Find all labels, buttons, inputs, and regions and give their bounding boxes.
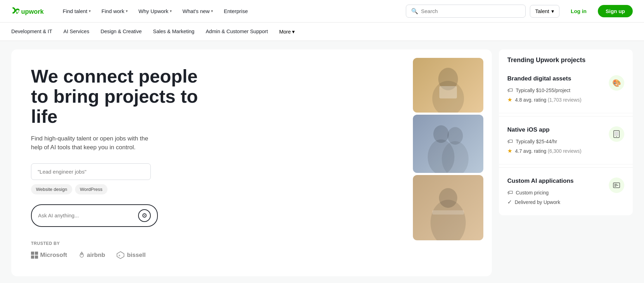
chevron-down-icon: ▾ [551, 8, 554, 14]
chevron-down-icon: ▾ [170, 9, 172, 13]
nav-right: 🔍 Talent ▾ Log in Sign up [406, 5, 633, 18]
quick-tags: Website design WordPress [31, 184, 475, 194]
hero-title: We connect people to bring projects to l… [31, 66, 200, 127]
svg-rect-1 [31, 252, 34, 255]
project-detail-rating-ios: ★ 4.7 avg. rating (6,300 reviews) [507, 147, 624, 154]
star-icon: ★ [507, 96, 512, 103]
project-card-branded: 🎨 Branded digital assets 🏷 Typically $10… [499, 68, 633, 113]
nav-find-work[interactable]: Find work ▾ [97, 5, 132, 17]
sec-nav-sales[interactable]: Sales & Marketing [153, 27, 194, 36]
hero-subtitle: Find high-quality talent or open jobs wi… [31, 134, 158, 152]
search-icon: 🔍 [411, 8, 418, 14]
nav-enterprise[interactable]: Enterprise [219, 5, 252, 17]
job-search-input[interactable] [31, 163, 151, 180]
svg-rect-19 [615, 132, 618, 136]
signup-button[interactable]: Sign up [598, 5, 633, 17]
ai-search-input[interactable] [38, 212, 135, 218]
project-price-branded: Typically $10-255/project [516, 88, 570, 93]
project-price-ai: Custom pricing [516, 190, 549, 195]
project-name-ios[interactable]: Native iOS app [507, 126, 624, 133]
project-icon-branded: 🎨 [609, 75, 624, 91]
sec-nav-design[interactable]: Design & Creative [100, 27, 142, 36]
microsoft-logo: Microsoft [31, 252, 67, 259]
sec-nav-dev-it[interactable]: Development & IT [11, 27, 52, 36]
project-rating-ios: 4.7 avg. rating (6,300 reviews) [515, 148, 581, 154]
hero-card: We connect people to bring projects to l… [11, 49, 492, 276]
trusted-section: TRUSTED BY Microsoft [31, 241, 475, 259]
main-content: We connect people to bring projects to l… [0, 41, 644, 283]
trending-header: Trending Upwork projects [499, 49, 633, 68]
search-bar[interactable]: 🔍 [406, 5, 526, 18]
quick-tag-website-design[interactable]: Website design [31, 184, 72, 194]
project-detail-price-ios: 🏷 Typically $25-44/hr [507, 138, 609, 145]
project-card-ai: Custom AI applications 🏷 Custom pricing … [499, 170, 633, 215]
airbnb-logo: airbnb [79, 252, 105, 259]
check-icon: ✓ [507, 199, 512, 205]
bissell-logo: B bissell [116, 251, 145, 259]
project-detail-rating-branded: ★ 4.8 avg. rating (1,703 reviews) [507, 96, 624, 103]
trending-title: Trending Upwork projects [507, 56, 624, 64]
quick-tag-wordpress[interactable]: WordPress [75, 184, 107, 194]
chevron-down-icon: ▾ [126, 9, 128, 13]
project-rating-branded: 4.8 avg. rating (1,703 reviews) [515, 97, 581, 103]
project-icon-ai [609, 177, 624, 193]
trusted-logos: Microsoft airbnb B [31, 251, 475, 259]
trusted-label: TRUSTED BY [31, 241, 475, 246]
ai-search-box[interactable]: ⚙ [31, 204, 158, 227]
svg-text:B: B [119, 254, 120, 257]
project-detail-price-ai: 🏷 Custom pricing [507, 189, 609, 196]
login-button[interactable]: Log in [564, 5, 594, 17]
project-detail-price-branded: 🏷 Typically $10-255/project [507, 87, 609, 94]
sec-nav-ai-services[interactable]: AI Services [63, 27, 89, 36]
price-tag-icon: 🏷 [507, 87, 513, 94]
nav-links: Find talent ▾ Find work ▾ Why Upwork ▾ W… [58, 5, 406, 17]
right-panel: Trending Upwork projects 🎨 Branded digit… [499, 49, 633, 276]
svg-rect-3 [31, 255, 34, 259]
project-price-ios: Typically $25-44/hr [516, 139, 557, 144]
hero-left: We connect people to bring projects to l… [31, 66, 475, 259]
divider [499, 116, 633, 116]
gear-icon: ⚙ [138, 209, 151, 222]
svg-text:upwork: upwork [21, 8, 44, 15]
nav-whats-new[interactable]: What's new ▾ [178, 5, 217, 17]
bissell-label: bissell [127, 252, 145, 259]
airbnb-label: airbnb [87, 252, 105, 259]
trending-projects-panel: Trending Upwork projects 🎨 Branded digit… [499, 49, 633, 215]
svg-point-20 [616, 136, 617, 137]
project-detail-delivered-ai: ✓ Delivered by Upwork [507, 199, 624, 205]
nav-why-upwork[interactable]: Why Upwork ▾ [134, 5, 176, 17]
sec-nav-more[interactable]: More ▾ [279, 29, 295, 35]
top-navigation: upwork Find talent ▾ Find work ▾ Why Upw… [0, 0, 644, 23]
talent-dropdown[interactable]: Talent ▾ [530, 5, 559, 18]
chevron-down-icon: ▾ [292, 29, 295, 35]
logo[interactable]: upwork [11, 6, 47, 16]
project-delivered-ai: Delivered by Upwork [515, 199, 560, 205]
svg-rect-2 [35, 252, 38, 255]
microsoft-label: Microsoft [40, 252, 67, 259]
chevron-down-icon: ▾ [211, 9, 213, 13]
price-tag-icon: 🏷 [507, 189, 513, 196]
star-icon: ★ [507, 147, 512, 154]
svg-marker-6 [117, 252, 124, 259]
svg-point-5 [81, 253, 82, 255]
nav-find-talent[interactable]: Find talent ▾ [58, 5, 95, 17]
chevron-down-icon: ▾ [89, 9, 91, 13]
project-name-branded[interactable]: Branded digital assets [507, 75, 624, 82]
price-tag-icon: 🏷 [507, 138, 513, 145]
project-name-ai[interactable]: Custom AI applications [507, 177, 624, 185]
project-icon-ios [609, 126, 624, 142]
sec-nav-admin[interactable]: Admin & Customer Support [206, 27, 268, 36]
project-card-ios: Native iOS app 🏷 Typically $25-44/hr ★ 4… [499, 119, 633, 164]
search-input[interactable] [421, 8, 520, 14]
secondary-navigation: Development & IT AI Services Design & Cr… [0, 23, 644, 41]
divider [499, 167, 633, 168]
svg-rect-4 [35, 255, 38, 259]
